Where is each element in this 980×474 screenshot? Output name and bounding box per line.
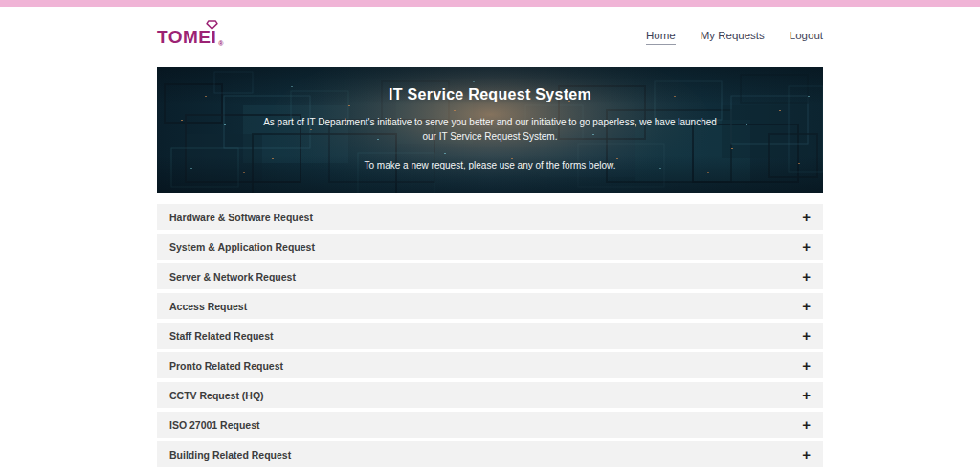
logo-registered-mark: ®: [218, 40, 223, 47]
accordion-item-label: Building Related Request: [169, 449, 291, 461]
main-content: IT Service Request System As part of IT …: [157, 67, 823, 467]
hero-banner: IT Service Request System As part of IT …: [157, 67, 823, 193]
accordion-item-label: ISO 27001 Request: [169, 419, 260, 431]
plus-icon[interactable]: +: [802, 269, 811, 283]
plus-icon[interactable]: +: [802, 447, 811, 462]
plus-icon[interactable]: +: [802, 239, 811, 254]
hero-intro-text: As part of IT Department's initiative to…: [260, 115, 720, 144]
accordion-item-building-related[interactable]: Building Related Request +: [157, 441, 823, 467]
accordion-item-label: System & Application Request: [169, 241, 315, 253]
plus-icon[interactable]: +: [802, 210, 811, 224]
accordion-item-label: CCTV Request (HQ): [169, 390, 264, 401]
accordion-item-hardware-software[interactable]: Hardware & Software Request +: [157, 204, 823, 230]
accordion-item-server-network[interactable]: Server & Network Request +: [157, 263, 823, 289]
accordion-item-label: Pronto Related Request: [169, 360, 283, 372]
nav-logout[interactable]: Logout: [790, 30, 823, 45]
plus-icon[interactable]: +: [802, 388, 811, 402]
accordion-item-pronto-related[interactable]: Pronto Related Request +: [157, 352, 823, 378]
accordion-item-label: Staff Related Request: [169, 330, 274, 342]
accordion-item-label: Server & Network Request: [169, 271, 296, 282]
nav-my-requests[interactable]: My Requests: [701, 30, 765, 45]
plus-icon[interactable]: +: [802, 418, 811, 432]
plus-icon[interactable]: +: [802, 328, 811, 343]
diamond-icon: [206, 20, 218, 30]
nav-home[interactable]: Home: [646, 30, 676, 45]
logo-text: TOMEI: [157, 27, 216, 47]
logo[interactable]: TOMEI ®: [157, 28, 224, 47]
hero-content: IT Service Request System As part of IT …: [157, 67, 823, 170]
accordion-item-system-application[interactable]: System & Application Request +: [157, 234, 823, 260]
accordion-item-iso-27001[interactable]: ISO 27001 Request +: [157, 412, 823, 438]
hero-title: IT Service Request System: [157, 67, 823, 103]
plus-icon[interactable]: +: [802, 299, 811, 313]
main-nav: Home My Requests Logout: [646, 30, 823, 45]
hero-instruction-text: To make a new request, please use any of…: [157, 160, 823, 170]
top-accent-bar: [0, 0, 980, 7]
request-accordion: Hardware & Software Request + System & A…: [157, 204, 823, 467]
header: TOMEI ® Home My Requests Logout: [0, 7, 980, 67]
accordion-item-cctv-hq[interactable]: CCTV Request (HQ) +: [157, 382, 823, 408]
accordion-item-staff-related[interactable]: Staff Related Request +: [157, 323, 823, 349]
accordion-item-access[interactable]: Access Request +: [157, 293, 823, 319]
plus-icon[interactable]: +: [802, 358, 811, 372]
accordion-item-label: Hardware & Software Request: [169, 212, 313, 223]
accordion-item-label: Access Request: [169, 301, 247, 312]
